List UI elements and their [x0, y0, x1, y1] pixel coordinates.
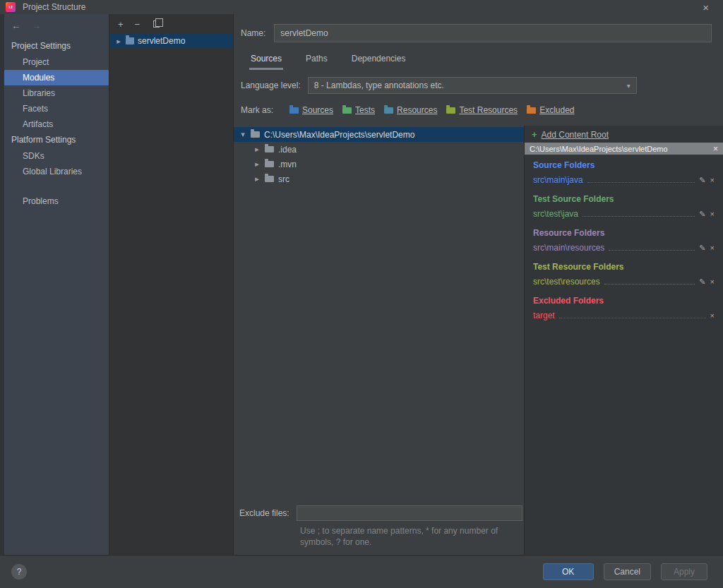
edit-icon[interactable]: ✎	[699, 278, 705, 286]
chevron-right-icon[interactable]: ▸	[253, 160, 261, 169]
history-nav: ← →	[4, 18, 109, 38]
module-name-input[interactable]	[274, 24, 712, 42]
editor-tabs: Sources Paths Dependencies	[241, 52, 712, 70]
remove-module-icon[interactable]: −	[135, 19, 141, 30]
section-header-project-settings: Project Settings	[4, 38, 109, 54]
folder-icon	[265, 161, 274, 167]
tree-item-label: .mvn	[278, 160, 297, 169]
chevron-down-icon[interactable]: ▾	[627, 82, 631, 90]
tab-sources[interactable]: Sources	[249, 52, 283, 70]
folder-path[interactable]: src\main\java	[533, 175, 583, 185]
edit-icon[interactable]: ✎	[699, 210, 705, 218]
language-level-select[interactable]: 8 - Lambdas, type annotations etc. ▾	[308, 77, 637, 94]
sidebar-item-global-libraries[interactable]: Global Libraries	[4, 164, 109, 179]
mark-tests-button[interactable]: Tests	[342, 105, 375, 115]
excluded-folders-group: Excluded Folders target ×	[533, 296, 715, 320]
remove-icon[interactable]: ×	[710, 278, 715, 286]
folder-path[interactable]: target	[533, 311, 555, 320]
dotted-leader	[609, 250, 695, 251]
sidebar-item-project[interactable]: Project	[4, 54, 109, 70]
chevron-right-icon[interactable]: ▸	[253, 174, 261, 184]
exclude-files-input[interactable]	[297, 505, 522, 521]
window-title: Project Structure	[23, 2, 85, 12]
source-folders-group: Source Folders src\main\java ✎ ×	[533, 160, 715, 185]
remove-icon[interactable]: ×	[710, 312, 715, 320]
chevron-right-icon[interactable]: ▸	[253, 145, 261, 154]
section-header-platform-settings: Platform Settings	[4, 132, 109, 148]
folder-path[interactable]: src\test\resources	[533, 277, 600, 287]
tree-row-src[interactable]: ▸ src	[234, 172, 524, 186]
tree-row-idea[interactable]: ▸ .idea	[234, 142, 524, 157]
add-content-root[interactable]: + Add Content Root	[525, 126, 723, 143]
dotted-leader	[604, 284, 695, 284]
excluded-folder-icon	[527, 107, 536, 114]
edit-icon[interactable]: ✎	[699, 244, 705, 252]
test-resources-folder-icon	[446, 107, 455, 114]
tree-item-label: src	[278, 174, 289, 184]
test-source-folders-group: Test Source Folders src\test\java ✎ ×	[533, 194, 715, 219]
folder-icon	[251, 131, 260, 138]
sidebar-item-modules[interactable]: Modules	[4, 70, 109, 85]
settings-sidebar: ← → Project Settings Project Modules Lib…	[4, 14, 109, 555]
mark-resources-button[interactable]: Resources	[384, 105, 437, 115]
tree-item-label: .idea	[278, 145, 297, 155]
mark-test-resources-label: Test Resources	[459, 105, 518, 115]
mark-sources-button[interactable]: Sources	[289, 105, 333, 115]
help-icon[interactable]: ?	[11, 564, 27, 580]
tree-row-root[interactable]: ▾ C:\Users\Max\IdeaProjects\servletDemo	[234, 127, 524, 142]
chevron-right-icon[interactable]: ▸	[115, 37, 122, 46]
copy-module-icon[interactable]	[153, 20, 160, 28]
folder-icon	[265, 146, 274, 152]
intellij-logo-icon: IJ	[6, 2, 16, 12]
dialog-footer: ? OK Cancel Apply	[0, 555, 723, 588]
tree-root-path: C:\Users\Max\IdeaProjects\servletDemo	[264, 130, 414, 140]
folder-path[interactable]: src\main\resources	[533, 243, 604, 253]
sidebar-item-sdks[interactable]: SDKs	[4, 148, 109, 164]
folder-path[interactable]: src\test\java	[533, 209, 578, 219]
project-structure-dialog: IJ Project Structure × ← → Project Setti…	[0, 0, 723, 588]
group-title: Resource Folders	[533, 228, 715, 238]
group-title: Excluded Folders	[533, 296, 715, 306]
modules-list-panel: + − ▸ servletDemo	[109, 14, 234, 555]
close-icon[interactable]: ×	[703, 2, 709, 13]
module-list-item[interactable]: ▸ servletDemo	[109, 34, 233, 48]
mark-as-row: Mark as: Sources Tests Resources	[241, 105, 712, 115]
sidebar-item-problems[interactable]: Problems	[4, 193, 109, 209]
remove-icon[interactable]: ×	[710, 210, 715, 218]
forward-icon[interactable]: →	[32, 20, 41, 31]
mark-excluded-button[interactable]: Excluded	[527, 105, 574, 115]
folder-row: target ×	[533, 308, 715, 320]
chevron-down-icon[interactable]: ▾	[239, 130, 246, 139]
sources-folder-icon	[289, 107, 299, 114]
exclude-files-row: Exclude files:	[234, 505, 524, 521]
group-title: Test Source Folders	[533, 194, 715, 204]
sidebar-item-artifacts[interactable]: Artifacts	[4, 116, 109, 132]
tree-row-mvn[interactable]: ▸ .mvn	[234, 157, 524, 172]
mark-as-label: Mark as:	[241, 105, 273, 115]
sidebar-item-libraries[interactable]: Libraries	[4, 85, 109, 101]
tab-paths[interactable]: Paths	[304, 52, 329, 70]
remove-icon[interactable]: ×	[710, 244, 715, 252]
content-root-header[interactable]: C:\Users\Max\IdeaProjects\servletDemo ×	[525, 143, 723, 155]
ok-button[interactable]: OK	[543, 563, 594, 580]
add-module-icon[interactable]: +	[118, 19, 124, 30]
back-icon[interactable]: ←	[11, 20, 20, 31]
remove-content-root-icon[interactable]: ×	[713, 144, 718, 154]
module-editor: Name: Sources Paths Dependencies Languag…	[234, 14, 723, 555]
mark-test-resources-button[interactable]: Test Resources	[446, 105, 518, 115]
cancel-button[interactable]: Cancel	[604, 563, 651, 580]
modules-toolbar: + −	[109, 14, 233, 34]
sidebar-item-facets[interactable]: Facets	[4, 101, 109, 116]
content-roots-pane: + Add Content Root C:\Users\Max\IdeaProj…	[524, 126, 723, 555]
dotted-leader	[582, 216, 695, 217]
tests-folder-icon	[342, 107, 352, 114]
dotted-leader	[559, 318, 706, 318]
exclude-files-hint: Use ; to separate name patterns, * for a…	[300, 525, 524, 548]
sources-content: ▾ C:\Users\Max\IdeaProjects\servletDemo …	[234, 126, 723, 555]
mark-excluded-label: Excluded	[539, 105, 574, 115]
footer-buttons: OK Cancel Apply	[543, 563, 707, 580]
test-resource-folders-group: Test Resource Folders src\test\resources…	[533, 262, 715, 287]
remove-icon[interactable]: ×	[710, 176, 715, 184]
edit-icon[interactable]: ✎	[699, 176, 705, 184]
tab-dependencies[interactable]: Dependencies	[350, 52, 407, 70]
